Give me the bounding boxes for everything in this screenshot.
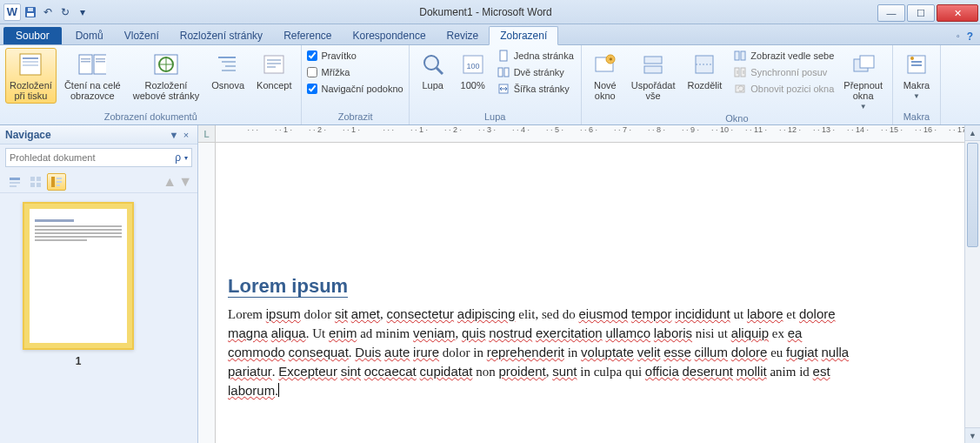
chk-navpane-input[interactable] <box>307 84 317 94</box>
chk-navpane[interactable]: Navigační podokno <box>307 81 403 97</box>
svg-rect-51 <box>10 185 17 187</box>
chk-ruler-input[interactable] <box>307 50 317 61</box>
view-outline[interactable]: Osnova <box>207 48 249 93</box>
svg-point-48 <box>910 57 914 60</box>
minimize-button[interactable]: — <box>877 4 905 22</box>
tab-mailings[interactable]: Korespondence <box>343 27 437 44</box>
zoom-one-page[interactable]: Jedna stránka <box>495 48 576 64</box>
qat-customize-icon[interactable]: ▾ <box>75 3 90 21</box>
tab-references[interactable]: Reference <box>273 27 342 44</box>
search-icon[interactable]: ρ ▾ <box>175 151 188 164</box>
svg-rect-7 <box>79 55 92 74</box>
svg-rect-8 <box>94 55 106 74</box>
scroll-down-icon[interactable]: ▼ <box>965 427 980 443</box>
nav-prev-icon[interactable]: ▲ <box>163 174 177 190</box>
document-view: L · · ·· · 1 ·· · 2 ·· · 1 ·· · ·· · 1 ·… <box>198 125 980 443</box>
app-icon[interactable]: W <box>3 3 21 21</box>
view-web-layout[interactable]: Rozloženíwebové stránky <box>129 48 203 104</box>
nav-view-thumbnails[interactable] <box>47 173 66 191</box>
svg-rect-2 <box>28 8 33 11</box>
scroll-up-icon[interactable]: ▲ <box>965 125 980 141</box>
macros-button[interactable]: Makra▼ <box>898 48 935 103</box>
svg-rect-15 <box>218 57 236 58</box>
arrange-all[interactable]: Uspořádatvše <box>627 48 680 104</box>
nav-view-headings[interactable] <box>5 173 24 191</box>
search-input[interactable] <box>10 152 175 163</box>
tab-home[interactable]: Domů <box>65 27 114 44</box>
group-document-views: Rozloženípři tisku Čtení na celéobrazovc… <box>0 45 302 124</box>
thumbnail-page-number: 1 <box>23 355 134 367</box>
help-icon[interactable]: ? <box>967 30 973 43</box>
navpane-search[interactable]: ρ ▾ <box>5 148 192 167</box>
svg-rect-46 <box>911 61 922 63</box>
tab-pagelayout[interactable]: Rozložení stránky <box>170 27 273 44</box>
tab-file[interactable]: Soubor <box>3 27 62 44</box>
scrollbar-thumb[interactable] <box>967 143 978 247</box>
tab-view[interactable]: Zobrazení <box>489 26 558 45</box>
svg-rect-11 <box>96 58 105 60</box>
ribbon-minimize-icon[interactable]: ◦ <box>957 30 960 43</box>
navpane-dropdown-icon[interactable]: ▼ <box>168 130 180 140</box>
document-page[interactable]: Lorem ipsum Lorem ipsum dolor sit amet, … <box>228 144 961 443</box>
view-draft[interactable]: Koncept <box>252 48 296 93</box>
qat-undo-icon[interactable]: ↶ <box>40 3 56 21</box>
main-area: Navigace ▼ × ρ ▾ ▲ ▼ 1 L · · <box>0 125 980 443</box>
svg-rect-28 <box>498 68 503 77</box>
ruler-corner-icon[interactable]: L <box>198 125 216 143</box>
svg-rect-56 <box>51 177 55 187</box>
side-by-side[interactable]: Zobrazit vedle sebe <box>731 48 836 64</box>
vertical-scrollbar[interactable]: ▲ ▼ <box>964 125 980 443</box>
group-show: Pravítko Mřížka Navigační podokno Zobraz… <box>302 45 409 124</box>
tab-insert[interactable]: Vložení <box>114 27 170 44</box>
window-title: Dokument1 - Microsoft Word <box>94 6 877 18</box>
switch-windows[interactable]: Přepnoutokna▼ <box>839 48 887 113</box>
chk-gridlines-input[interactable] <box>307 67 317 77</box>
qat-redo-icon[interactable]: ↻ <box>57 3 73 21</box>
zoom-100[interactable]: 100100% <box>455 48 491 93</box>
svg-rect-21 <box>267 63 281 64</box>
svg-rect-49 <box>10 178 20 180</box>
navpane-close-icon[interactable]: × <box>180 130 192 140</box>
svg-rect-44 <box>860 56 874 68</box>
document-body[interactable]: Lorem ipsum dolor sit amet, consectetur … <box>228 305 854 400</box>
zoom-button[interactable]: Lupa <box>415 48 451 93</box>
document-heading[interactable]: Lorem ipsum <box>228 275 961 298</box>
tab-review[interactable]: Revize <box>437 27 490 44</box>
svg-line-24 <box>437 68 443 74</box>
nav-view-pages-grid[interactable] <box>26 173 45 191</box>
ribbon-view: Rozloženípři tisku Čtení na celéobrazovc… <box>0 45 980 125</box>
svg-rect-12 <box>96 61 105 63</box>
split-window[interactable]: Rozdělit <box>683 48 727 93</box>
svg-rect-5 <box>23 61 38 63</box>
new-window[interactable]: ✶Novéokno <box>587 48 623 104</box>
qat-save-icon[interactable] <box>23 3 38 21</box>
zoom-page-width[interactable]: Šířka stránky <box>495 81 576 97</box>
svg-rect-6 <box>23 64 38 66</box>
ruler-vertical[interactable] <box>198 143 216 443</box>
group-macros: Makra▼ Makra <box>893 45 941 124</box>
navigation-pane: Navigace ▼ × ρ ▾ ▲ ▼ 1 <box>0 125 198 443</box>
chk-gridlines[interactable]: Mřížka <box>307 64 403 80</box>
ruler-horizontal[interactable]: L · · ·· · 1 ·· · 2 ·· · 1 ·· · ·· · 1 ·… <box>198 125 964 143</box>
thumbnail-list[interactable]: 1 <box>0 193 197 443</box>
svg-rect-27 <box>500 50 507 61</box>
close-button[interactable]: ✕ <box>937 4 978 22</box>
svg-rect-52 <box>30 177 35 181</box>
svg-rect-50 <box>10 182 20 184</box>
svg-rect-17 <box>225 65 236 67</box>
page-thumbnail[interactable] <box>23 202 134 350</box>
zoom-two-pages[interactable]: Dvě stránky <box>495 64 576 80</box>
reset-window-position: Obnovit pozici okna <box>731 81 836 97</box>
ribbon-tabs: Soubor Domů Vložení Rozložení stránky Re… <box>0 24 980 45</box>
titlebar: W ↶ ↻ ▾ Dokument1 - Microsoft Word — ☐ ✕ <box>0 0 980 24</box>
maximize-button[interactable]: ☐ <box>907 4 935 22</box>
svg-rect-57 <box>57 178 62 179</box>
nav-next-icon[interactable]: ▼ <box>178 174 192 190</box>
svg-rect-58 <box>57 181 62 183</box>
chk-ruler[interactable]: Pravítko <box>307 48 403 64</box>
view-print-layout[interactable]: Rozloženípři tisku <box>5 48 57 104</box>
group-zoom: Lupa 100100% Jedna stránka Dvě stránky Š… <box>410 45 582 124</box>
navpane-title: Navigace <box>5 129 51 141</box>
view-full-screen-reading[interactable]: Čtení na celéobrazovce <box>60 48 125 104</box>
svg-text:✶: ✶ <box>607 56 613 64</box>
